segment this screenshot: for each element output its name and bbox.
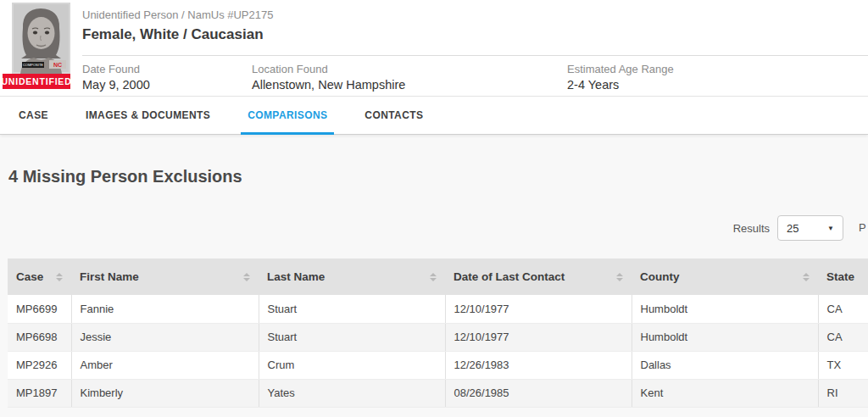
sort-icon[interactable] — [430, 273, 437, 281]
cell-first-name: Fannie — [71, 295, 259, 323]
cell-first-name: Jessie — [71, 323, 259, 351]
cell-county: Kent — [632, 379, 818, 407]
table-row[interactable]: MP2926 Amber Crum 12/26/1983 Dallas TX — [8, 351, 868, 379]
sort-icon[interactable] — [56, 273, 63, 281]
field-value: 2-4 Years — [567, 78, 674, 92]
column-header-state[interactable]: State — [818, 259, 868, 295]
case-photo[interactable]: COMPOSITE NC — [12, 3, 70, 74]
case-header: COMPOSITE NC UNIDENTIFIED Unidentified P… — [0, 0, 868, 96]
cell-case-id[interactable]: MP2926 — [8, 351, 71, 379]
status-badge: UNIDENTIFIED — [3, 74, 70, 89]
breadcrumb: Unidentified Person / NamUs #UP2175 — [82, 0, 868, 21]
column-header-first-name[interactable]: First Name — [71, 259, 259, 295]
field-value: May 9, 2000 — [82, 78, 252, 92]
results-selected-value: 25 — [787, 222, 798, 235]
composite-portrait-image: COMPOSITE NC — [12, 3, 70, 74]
table-row[interactable]: MP1897 Kimberly Yates 08/26/1985 Kent RI — [8, 379, 868, 407]
results-per-page-select[interactable]: 25 ▼ — [777, 215, 843, 241]
sort-icon[interactable] — [803, 273, 810, 281]
case-summary-fields: Date Found May 9, 2000 Location Found Al… — [82, 56, 868, 92]
tab-contacts[interactable]: CONTACTS — [346, 97, 442, 134]
svg-text:NC: NC — [53, 62, 62, 68]
cell-date-of-last-contact: 12/26/1983 — [445, 351, 632, 379]
tab-comparisons[interactable]: COMPARISONS — [229, 97, 346, 134]
cell-case-id[interactable]: MP6698 — [8, 323, 71, 351]
cell-state: CA — [818, 295, 868, 323]
column-header-last-name[interactable]: Last Name — [259, 259, 445, 295]
cell-state: TX — [818, 351, 868, 379]
field-label: Location Found — [252, 63, 567, 75]
missing-person-exclusions-table: Case First Name Last Name Date of Last C… — [8, 259, 868, 408]
table-row[interactable]: MP6699 Fannie Stuart 12/10/1977 Humboldt… — [8, 295, 868, 323]
column-header-case[interactable]: Case — [8, 259, 71, 295]
cell-date-of-last-contact: 12/10/1977 — [445, 323, 632, 351]
chevron-down-icon: ▼ — [827, 225, 834, 232]
field-label: Estimated Age Range — [567, 63, 674, 75]
cell-county: Dallas — [632, 351, 818, 379]
cell-last-name: Stuart — [259, 323, 445, 351]
tab-images-documents[interactable]: IMAGES & DOCUMENTS — [67, 97, 229, 134]
cell-case-id[interactable]: MP6699 — [8, 295, 71, 323]
tab-bar: CASE IMAGES & DOCUMENTS COMPARISONS CONT… — [0, 96, 868, 135]
field-location-found: Location Found Allenstown, New Hampshire — [252, 63, 567, 92]
column-header-date-of-last-contact[interactable]: Date of Last Contact — [445, 259, 632, 295]
tab-case[interactable]: CASE — [0, 97, 67, 134]
table-header-row: Case First Name Last Name Date of Last C… — [8, 259, 868, 295]
field-value: Allenstown, New Hampshire — [252, 78, 567, 92]
sort-icon[interactable] — [243, 273, 250, 281]
cell-case-id[interactable]: MP1897 — [8, 379, 71, 407]
column-header-county[interactable]: County — [632, 259, 818, 295]
pagination-label-clipped: P — [859, 221, 866, 234]
cell-date-of-last-contact: 08/26/1985 — [445, 379, 632, 407]
sort-icon[interactable] — [616, 273, 623, 281]
section-heading: 4 Missing Person Exclusions — [8, 167, 868, 186]
comparisons-panel: 4 Missing Person Exclusions Results 25 ▼… — [0, 167, 868, 408]
cell-county: Humboldt — [632, 295, 818, 323]
table-row[interactable]: MP6698 Jessie Stuart 12/10/1977 Humboldt… — [8, 323, 868, 351]
cell-last-name: Yates — [259, 379, 445, 407]
cell-last-name: Stuart — [259, 295, 445, 323]
results-label: Results — [733, 222, 770, 235]
results-bar: Results 25 ▼ P — [0, 215, 868, 241]
cell-state: CA — [818, 323, 868, 351]
field-date-found: Date Found May 9, 2000 — [82, 63, 252, 92]
field-label: Date Found — [82, 63, 252, 75]
cell-county: Humboldt — [632, 323, 818, 351]
cell-last-name: Crum — [259, 351, 445, 379]
cell-first-name: Kimberly — [71, 379, 259, 407]
cell-first-name: Amber — [71, 351, 259, 379]
field-estimated-age-range: Estimated Age Range 2-4 Years — [567, 63, 674, 92]
cell-state: RI — [818, 379, 868, 407]
page-title: Female, White / Caucasian — [82, 26, 868, 56]
cell-date-of-last-contact: 12/10/1977 — [445, 295, 632, 323]
composite-chip-label: COMPOSITE — [23, 63, 43, 67]
